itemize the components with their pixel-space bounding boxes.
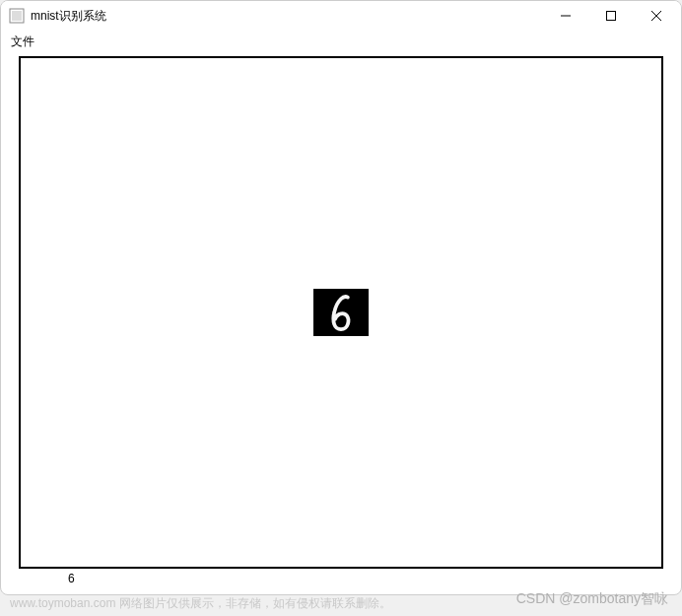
- app-icon: [9, 8, 25, 24]
- svg-rect-1: [12, 11, 22, 21]
- close-button[interactable]: [634, 1, 679, 31]
- app-window: mnist识别系统 文件 6: [0, 0, 682, 595]
- maximize-button[interactable]: [588, 1, 634, 31]
- content-area: 6: [1, 52, 681, 594]
- window-title: mnist识别系统: [31, 8, 543, 25]
- mnist-digit-image: [313, 289, 369, 336]
- minimize-button[interactable]: [543, 1, 588, 31]
- result-row: 6: [19, 569, 663, 588]
- window-controls: [543, 1, 679, 31]
- svg-rect-3: [607, 12, 616, 21]
- menu-file[interactable]: 文件: [5, 32, 40, 52]
- titlebar: mnist识别系统: [1, 1, 681, 31]
- watermark-right: CSDN @zombotany智咏: [516, 590, 668, 608]
- menubar: 文件: [1, 31, 681, 52]
- prediction-result: 6: [68, 572, 75, 585]
- image-display-frame: [19, 56, 663, 569]
- watermark-left: www.toymoban.com 网络图片仅供展示，非存储，如有侵权请联系删除。: [10, 595, 391, 612]
